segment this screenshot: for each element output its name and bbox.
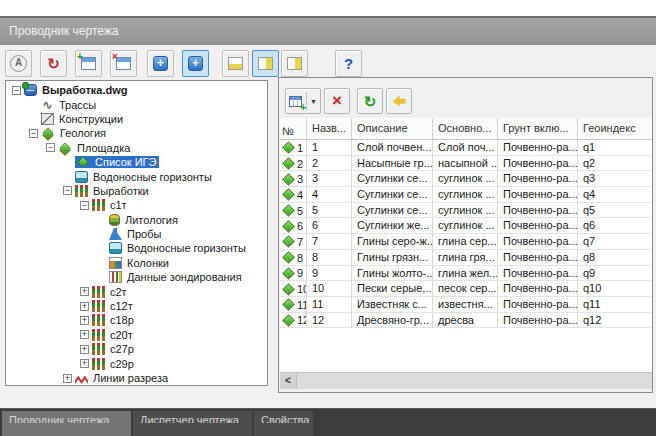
inclusion-cell[interactable]: Почвенно-ра... <box>498 218 578 233</box>
table-row[interactable]: 8 8 Глины грязн... глина гря... Почвенно… <box>280 250 652 266</box>
tree-expander[interactable]: + <box>80 316 89 325</box>
geoindex-cell[interactable]: q9 <box>578 266 652 281</box>
tree-item-trassy[interactable]: ∿ Трассы <box>6 97 267 111</box>
tree-item-proby[interactable]: Пробы <box>6 227 267 241</box>
table-row[interactable]: 1 1 Слой почвен... Слой поч... Почвенно-… <box>280 140 652 156</box>
name-cell[interactable]: 3 <box>307 171 352 186</box>
inclusion-cell[interactable]: Почвенно-ра... <box>498 297 578 312</box>
inclusion-cell[interactable]: Почвенно-ра... <box>498 281 578 296</box>
column-header-main-soil[interactable]: Основно... <box>433 118 498 139</box>
table-row[interactable]: 4 4 Суглинки се... суглинок ... Почвенно… <box>280 187 652 203</box>
split-vertical-button[interactable] <box>252 50 279 77</box>
table-row[interactable]: 5 5 Суглинки се... суглинок ... Почвенно… <box>280 203 652 219</box>
add-record-button[interactable]: ▼ <box>285 88 321 114</box>
geoindex-cell[interactable]: q11 <box>578 297 652 312</box>
name-cell[interactable]: 2 <box>307 156 352 171</box>
geoindex-cell[interactable]: q8 <box>578 250 652 265</box>
tree-expander[interactable]: + <box>80 345 89 354</box>
name-cell[interactable]: 5 <box>307 203 352 218</box>
main-soil-cell[interactable]: Слой поч... <box>433 140 498 155</box>
main-soil-cell[interactable]: дресва <box>433 313 498 328</box>
inclusion-cell[interactable]: Почвенно-ра... <box>498 250 578 265</box>
main-soil-cell[interactable]: насыпной ... <box>433 156 498 171</box>
tree-expander[interactable]: + <box>63 374 72 383</box>
tree-item-kolonki[interactable]: Колонки <box>6 256 267 270</box>
annotations-button[interactable]: A <box>5 50 32 77</box>
tree-item-ploshchadka[interactable]: − Площадка <box>6 141 267 155</box>
tree-item-konstrukcii[interactable]: Конструкции <box>6 112 267 126</box>
main-soil-cell[interactable]: глина сер... <box>433 234 498 249</box>
tree-item-c18p[interactable]: + c18p <box>6 313 267 327</box>
inclusion-cell[interactable]: Почвенно-ра... <box>498 156 578 171</box>
description-cell[interactable]: Слой почвен... <box>352 140 433 155</box>
inclusion-cell[interactable]: Почвенно-ра... <box>498 266 578 281</box>
column-header-inclusion[interactable]: Грунт вклю... <box>498 118 578 139</box>
tree-item-geologiya[interactable]: − Геология <box>6 126 267 140</box>
tree-item-vodonosnye-gorizonty[interactable]: Водоносные горизонты <box>6 169 267 183</box>
geoindex-cell[interactable]: q1 <box>578 140 652 155</box>
add-pane-button[interactable]: + <box>75 50 102 77</box>
table-horizontal-scrollbar[interactable]: < <box>280 372 652 389</box>
geoindex-cell[interactable]: q7 <box>578 234 652 249</box>
tree-item-vyrabotki[interactable]: − Выработки <box>6 184 267 198</box>
description-cell[interactable]: Глины серо-ж... <box>352 234 433 249</box>
table-row[interactable]: 11 11 Известняк с... известня... Почвенн… <box>280 297 652 313</box>
inclusion-cell[interactable]: Почвенно-ра... <box>498 140 578 155</box>
refresh-drawing-button[interactable]: ↻ <box>40 50 67 77</box>
name-cell[interactable]: 9 <box>307 266 352 281</box>
delete-pane-button[interactable]: × <box>110 50 137 77</box>
main-soil-cell[interactable]: суглинок ... <box>433 218 498 233</box>
name-cell[interactable]: 12 <box>307 313 352 328</box>
tree-expander[interactable]: − <box>63 186 72 195</box>
tree-expander[interactable]: − <box>46 143 55 152</box>
main-soil-cell[interactable]: глина жел... <box>433 266 498 281</box>
pick-from-drawing-button[interactable] <box>386 88 412 114</box>
tree-expander[interactable]: − <box>12 86 21 95</box>
tree-item-vodonosnye-gorizonty-c1t[interactable]: Водоносные горизонты <box>6 241 267 255</box>
dock-pane-button[interactable]: + <box>147 50 174 77</box>
tree-item-c2t[interactable]: + c2т <box>6 284 267 298</box>
name-cell[interactable]: 10 <box>307 281 352 296</box>
geoindex-cell[interactable]: q5 <box>578 203 652 218</box>
main-soil-cell[interactable]: глина гря... <box>433 250 498 265</box>
help-button[interactable]: ? <box>335 50 362 77</box>
table-row[interactable]: 9 9 Глины жолто-... глина жел... Почвенн… <box>280 266 652 282</box>
geoindex-cell[interactable]: q2 <box>578 156 652 171</box>
inclusion-cell[interactable]: Почвенно-ра... <box>498 203 578 218</box>
table-row[interactable]: 3 3 Суглинки се... суглинок ... Почвенно… <box>280 171 652 187</box>
description-cell[interactable]: Суглинки же... <box>352 218 433 233</box>
description-cell[interactable]: Суглинки се... <box>352 171 433 186</box>
tree-expander[interactable]: + <box>80 287 89 296</box>
titlebar[interactable]: Проводник чертежа <box>0 18 656 45</box>
inclusion-cell[interactable]: Почвенно-ра... <box>498 171 578 186</box>
tree-item-spisok-ige[interactable]: Список ИГЭ <box>6 155 267 169</box>
scroll-left-button[interactable]: < <box>280 373 297 389</box>
name-cell[interactable]: 11 <box>307 297 352 312</box>
description-cell[interactable]: Суглинки се... <box>352 187 433 202</box>
table-row[interactable]: 6 6 Суглинки же... суглинок ... Почвенно… <box>280 218 652 234</box>
description-cell[interactable]: Суглинки се... <box>352 203 433 218</box>
tree-item-dannye-zondirovaniya[interactable]: Данные зондирования <box>6 270 267 284</box>
tree-item-c20t[interactable]: + c20т <box>6 328 267 342</box>
tree-expander[interactable]: + <box>80 302 89 311</box>
name-cell[interactable]: 8 <box>307 250 352 265</box>
tree-item-c12t[interactable]: + c12т <box>6 299 267 313</box>
name-cell[interactable]: 6 <box>307 218 352 233</box>
column-header-geoindex[interactable]: Геоиндекс <box>578 118 652 139</box>
tab-drawing-explorer[interactable]: Проводник чертежа <box>2 411 131 436</box>
tree-item-c29p[interactable]: + c29p <box>6 356 267 370</box>
tree-expander[interactable]: + <box>80 330 89 339</box>
main-soil-cell[interactable]: суглинок ... <box>433 187 498 202</box>
main-soil-cell[interactable]: известня... <box>433 297 498 312</box>
geoindex-cell[interactable]: q10 <box>578 281 652 296</box>
geoindex-cell[interactable]: q4 <box>578 187 652 202</box>
table-row[interactable]: 12 12 Дресвяно-гр... дресва Почвенно-ра.… <box>280 313 652 329</box>
description-cell[interactable]: Глины жолто-... <box>352 266 433 281</box>
geoindex-cell[interactable]: q6 <box>578 218 652 233</box>
tree-expander[interactable]: − <box>80 201 89 210</box>
tree-item-c27p[interactable]: + c27p <box>6 342 267 356</box>
name-cell[interactable]: 4 <box>307 187 352 202</box>
geoindex-cell[interactable]: q3 <box>578 171 652 186</box>
name-cell[interactable]: 1 <box>307 140 352 155</box>
delete-record-button[interactable]: × <box>324 88 350 114</box>
